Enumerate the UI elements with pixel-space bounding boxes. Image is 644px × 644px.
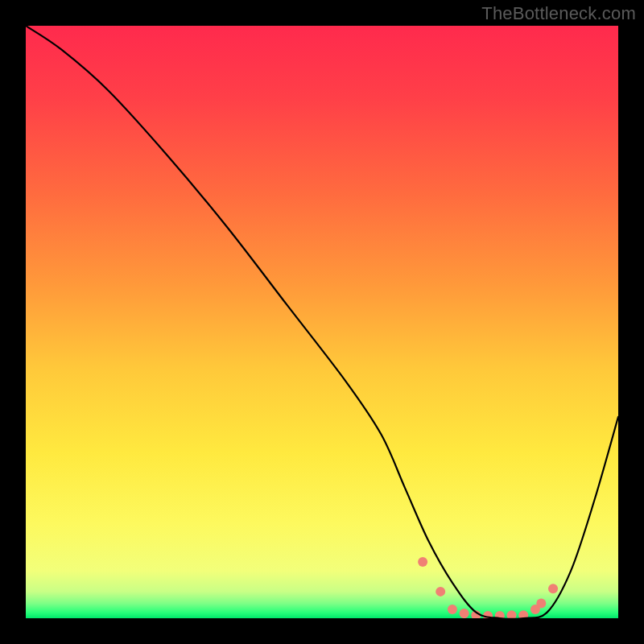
optimal-dot: [536, 599, 546, 609]
optimal-dot: [460, 609, 469, 618]
optimal-dot: [548, 584, 558, 593]
optimal-dot: [436, 587, 445, 597]
optimal-dot: [418, 557, 427, 567]
chart-svg: [26, 26, 618, 618]
gradient-bg: [26, 26, 618, 618]
chart-frame: TheBottleneck.com: [0, 0, 644, 644]
optimal-dot: [448, 605, 457, 614]
watermark-text: TheBottleneck.com: [481, 3, 636, 24]
plot-area: [26, 26, 618, 618]
